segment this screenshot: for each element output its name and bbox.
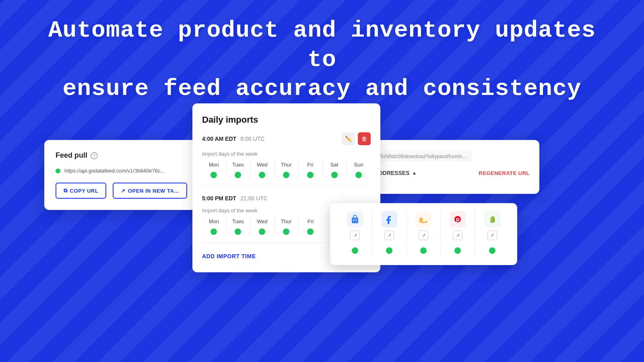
day-label-wed: Wed	[257, 162, 268, 168]
google-shopping-icon	[347, 211, 363, 227]
facebook-status-dot	[386, 247, 392, 254]
day-col-sat: Sat	[322, 162, 347, 178]
channels-card: ↗ ↗ a ↗	[330, 203, 517, 265]
copy-url-button[interactable]: ⧉ COPY URL	[56, 183, 106, 199]
pinterest-link-icon[interactable]: ↗	[453, 230, 462, 240]
shopify-link-icon[interactable]: ↗	[487, 230, 497, 240]
feed-pull-title-text: Feed pull	[56, 151, 87, 160]
pinterest-status-dot	[454, 247, 461, 254]
edit-import-button[interactable]: ✏️	[342, 132, 355, 145]
first-import-actions: ✏️ 🗑	[342, 132, 371, 145]
channel-dot-google	[338, 244, 372, 257]
regenerate-url-button[interactable]: REGENERATE URL	[479, 170, 530, 176]
day-label-mon: Mon	[209, 162, 219, 168]
day-dot-fri	[307, 172, 314, 178]
regenerate-url-label: REGENERATE URL	[479, 170, 530, 176]
day-col-sun: Sun	[347, 162, 371, 178]
day2-dot-fri	[307, 228, 314, 235]
second-import-time: 5:00 PM EDT	[202, 195, 236, 202]
day2-col-fri: Fri	[298, 218, 322, 235]
channel-dot-pinterest	[441, 244, 475, 257]
first-import-time-row: 4:00 AM EDT 8:00 UTC ✏️ 🗑	[202, 132, 371, 145]
first-import-time: 4:00 AM EDT	[202, 136, 236, 142]
day-label-tues: Tues	[232, 162, 244, 168]
channel-dot-facebook	[372, 244, 407, 257]
hero-line-1: Automate product and inventory updates t…	[32, 16, 612, 74]
feed-url-row: https://api.godatafeed.com/v1/3b640e76c.…	[56, 168, 202, 174]
feed-buttons: ⧉ COPY URL ↗ OPEN IN NEW TA...	[56, 183, 202, 199]
day-dot-sun	[355, 172, 362, 178]
delete-import-button[interactable]: 🗑	[358, 132, 371, 145]
day-col-mon: Mon	[202, 162, 226, 178]
chevron-up-icon: ▲	[412, 170, 417, 176]
day-label-sun: Sun	[354, 162, 363, 168]
shopify-status-dot	[489, 247, 495, 254]
first-import-days-label: Import days of the week	[202, 151, 371, 157]
ip-card-header: /Q3RzNNdz09/download?isBypassRunningImpo…	[368, 151, 530, 162]
amazon-status-dot	[420, 247, 427, 254]
day2-col-tues: Tues	[226, 218, 250, 235]
day2-dot-tues	[235, 228, 241, 235]
day2-col-mon: Mon	[202, 218, 226, 235]
second-import-utc: 21:00 UTC	[240, 195, 268, 202]
facebook-icon	[381, 211, 397, 227]
feed-pull-title: Feed pull ?	[56, 151, 202, 160]
channel-col-google: ↗	[338, 211, 372, 240]
feed-url-text: https://api.godatafeed.com/v1/3b640e76c.…	[64, 168, 165, 174]
amazon-icon: a	[415, 211, 431, 227]
add-import-time-button[interactable]: ADD IMPORT TIME	[202, 250, 256, 263]
day-label-sat: Sat	[330, 162, 339, 168]
day2-dot-wed	[259, 228, 265, 235]
pinterest-icon: p	[450, 211, 466, 227]
day-dot-mon	[211, 172, 217, 178]
day2-label-thur: Thur	[281, 218, 292, 224]
day2-label-tues: Tues	[232, 218, 244, 224]
day-col-thur: Thur	[275, 162, 299, 178]
day-col-tues: Tues	[226, 162, 250, 178]
svg-point-2	[356, 220, 357, 221]
divider-1	[202, 185, 371, 186]
hero-line-2: ensure feed accuracy and consistency	[32, 74, 612, 104]
day-dot-wed	[259, 172, 265, 178]
day-col-wed: Wed	[250, 162, 275, 178]
day2-dot-thur	[283, 228, 289, 235]
status-dot	[56, 169, 60, 173]
channel-dot-shopify	[475, 244, 509, 257]
external-link-icon: ↗	[121, 188, 126, 194]
channel-col-shopify: ↗	[475, 211, 509, 240]
day-dot-tues	[235, 172, 241, 178]
channel-col-amazon: a ↗	[407, 211, 441, 240]
day-label-fri: Fri	[307, 162, 313, 168]
channel-col-pinterest: p ↗	[441, 211, 475, 240]
day2-col-wed: Wed	[250, 218, 275, 235]
day2-col-thur: Thur	[275, 218, 299, 235]
svg-point-1	[353, 220, 355, 221]
day2-dot-mon	[211, 228, 217, 235]
channels-dots-row	[338, 244, 509, 257]
channel-dot-amazon	[407, 244, 441, 257]
feed-pull-card: Feed pull ? https://api.godatafeed.com/v…	[44, 140, 213, 210]
channels-icons-row: ↗ ↗ a ↗	[338, 211, 509, 240]
day2-label-wed: Wed	[257, 218, 268, 224]
open-new-tab-button[interactable]: ↗ OPEN IN NEW TA...	[113, 183, 187, 199]
facebook-link-icon[interactable]: ↗	[384, 230, 394, 240]
hero-text: Automate product and inventory updates t…	[0, 16, 644, 104]
day-dot-sat	[331, 172, 338, 178]
google-shopping-link-icon[interactable]: ↗	[350, 230, 360, 240]
help-icon[interactable]: ?	[91, 152, 98, 159]
add-import-label: ADD IMPORT TIME	[202, 253, 256, 259]
svg-text:p: p	[456, 216, 460, 222]
shopify-icon	[484, 211, 500, 227]
day-dot-thur	[283, 172, 289, 178]
first-import-utc: 8:00 UTC	[241, 136, 265, 142]
second-import-time-row: 5:00 PM EDT 21:00 UTC	[202, 195, 371, 202]
open-new-tab-label: OPEN IN NEW TA...	[128, 188, 179, 194]
day-col-fri: Fri	[298, 162, 322, 178]
ip-actions-row: IP ADDRESSES ▲ REGENERATE URL	[368, 170, 530, 176]
copy-icon: ⧉	[64, 187, 68, 194]
ip-addresses-card: /Q3RzNNdz09/download?isBypassRunningImpo…	[358, 140, 539, 194]
day2-label-mon: Mon	[209, 218, 219, 224]
amazon-link-icon[interactable]: ↗	[419, 230, 428, 240]
url-display: /Q3RzNNdz09/download?isBypassRunningImpo…	[368, 151, 473, 162]
google-status-dot	[352, 247, 358, 254]
